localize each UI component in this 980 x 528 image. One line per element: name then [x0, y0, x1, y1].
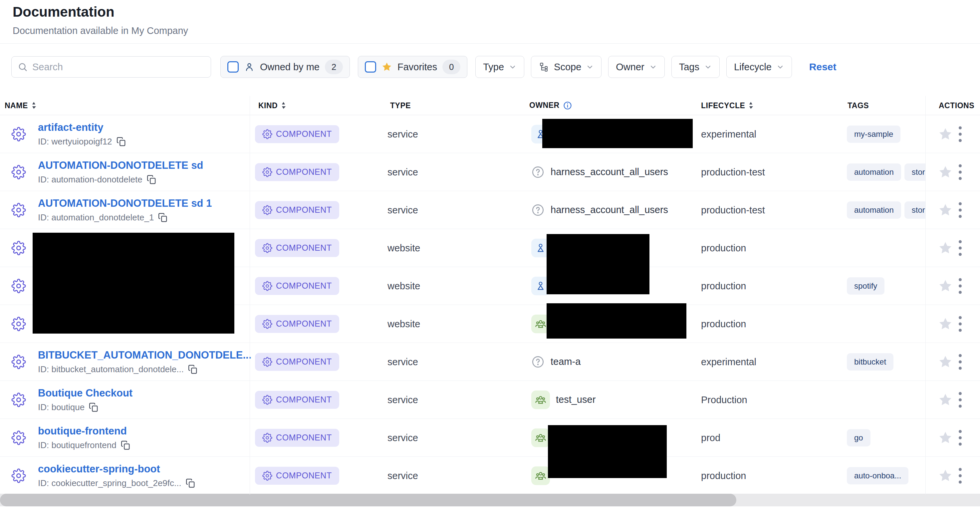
- favorite-star-button[interactable]: [938, 355, 953, 369]
- tags-dropdown-label: Tags: [679, 62, 699, 73]
- kind-chip-label: COMPONENT: [276, 243, 332, 253]
- component-gear-icon: [11, 355, 26, 369]
- lifecycle-dropdown-label: Lifecycle: [734, 62, 772, 73]
- row-menu-button[interactable]: [957, 163, 963, 181]
- column-header-lifecycle[interactable]: LIFECYCLE: [701, 101, 753, 110]
- kind-cell: COMPONENT: [255, 429, 339, 447]
- row-menu-button[interactable]: [957, 391, 963, 409]
- row-menu-button[interactable]: [957, 315, 963, 333]
- tags-cell: spotify: [847, 277, 925, 295]
- tags-cell: automationstor: [847, 164, 925, 181]
- favorites-label: Favorites: [398, 62, 437, 73]
- owned-by-me-label: Owned by me: [260, 62, 320, 73]
- search-input[interactable]: [32, 62, 205, 73]
- kind-chip: COMPONENT: [255, 125, 339, 143]
- page-title: Documentation: [13, 4, 115, 20]
- copy-id-icon[interactable]: [146, 175, 156, 184]
- favorite-star-button[interactable]: [938, 468, 953, 483]
- column-header-kind[interactable]: KIND: [258, 101, 286, 110]
- entity-name-link[interactable]: cookiecutter-spring-boot: [38, 463, 196, 475]
- owned-by-me-filter[interactable]: Owned by me 2: [220, 56, 350, 78]
- favorites-checkbox[interactable]: [365, 61, 376, 73]
- name-cell: BITBUCKET_AUTOMATION_DONOTDELE...ID: bit…: [38, 349, 251, 375]
- chevron-down-icon: [509, 63, 517, 71]
- entity-name-link[interactable]: AUTOMATION-DONOTDELETE sd: [38, 159, 204, 172]
- kind-cell: COMPONENT: [255, 125, 339, 143]
- component-gear-icon: [11, 468, 26, 483]
- lifecycle-dropdown[interactable]: Lifecycle: [726, 56, 792, 78]
- copy-id-icon[interactable]: [116, 137, 126, 146]
- lifecycle-cell: production-test: [701, 167, 765, 177]
- tag-chip: auto-onboa...: [847, 467, 908, 484]
- column-label: TYPE: [390, 101, 411, 110]
- component-gear-icon: [11, 165, 26, 180]
- copy-id-icon[interactable]: [158, 212, 168, 223]
- redacted-region: [33, 233, 234, 334]
- owned-by-me-checkbox[interactable]: [228, 61, 239, 73]
- kind-chip-label: COMPONENT: [276, 395, 332, 404]
- type-cell: service: [387, 394, 418, 405]
- tags-cell: automationstor: [847, 201, 925, 219]
- component-gear-icon: [11, 316, 26, 331]
- copy-id-icon[interactable]: [185, 478, 196, 488]
- favorite-star-button[interactable]: [938, 279, 953, 293]
- hierarchy-icon: [539, 62, 549, 72]
- type-cell: service: [387, 470, 418, 481]
- reset-button[interactable]: Reset: [809, 61, 837, 73]
- owner-dropdown[interactable]: Owner: [608, 56, 664, 78]
- column-header-name[interactable]: NAME: [5, 101, 36, 110]
- search-box[interactable]: [11, 56, 211, 78]
- owner-group-icon: [531, 391, 550, 409]
- type-cell: website: [387, 280, 420, 291]
- kind-cell: COMPONENT: [255, 391, 339, 409]
- favorite-star-button[interactable]: [938, 241, 953, 255]
- entity-name-link[interactable]: artifact-entity: [38, 121, 126, 134]
- row-menu-button[interactable]: [957, 428, 963, 447]
- tags-dropdown[interactable]: Tags: [671, 56, 720, 78]
- entity-name-link[interactable]: Boutique Checkout: [38, 387, 132, 399]
- entity-name-link[interactable]: AUTOMATION-DONOTDELETE sd 1: [38, 197, 212, 209]
- sort-icon: [281, 102, 286, 110]
- owner-cell: harness_account_all_users: [531, 201, 668, 219]
- favorite-star-button[interactable]: [938, 127, 953, 142]
- owner-unknown-icon: [531, 353, 545, 371]
- favorite-star-button[interactable]: [938, 165, 953, 180]
- column-label: OWNER: [529, 101, 560, 110]
- favorite-star-button[interactable]: [938, 203, 953, 217]
- kind-chip-label: COMPONENT: [276, 319, 332, 329]
- type-cell: website: [387, 318, 420, 329]
- redacted-region: [542, 119, 693, 148]
- copy-id-icon[interactable]: [89, 402, 99, 412]
- entity-id: ID: automation-donotdelete: [38, 175, 142, 185]
- row-menu-button[interactable]: [957, 277, 963, 295]
- name-cell: AUTOMATION-DONOTDELETE sd 1ID: automatio…: [38, 197, 212, 223]
- entity-id: ID: wertyuiopoigf12: [38, 137, 112, 147]
- kind-chip: COMPONENT: [255, 353, 339, 371]
- row-menu-button[interactable]: [957, 125, 963, 143]
- kind-chip-label: COMPONENT: [276, 129, 332, 139]
- favorite-star-button[interactable]: [938, 393, 953, 407]
- copy-id-icon[interactable]: [121, 440, 130, 450]
- entity-name-link[interactable]: BITBUCKET_AUTOMATION_DONOTDELE...: [38, 349, 251, 361]
- favorites-count: 0: [442, 60, 460, 74]
- favorites-filter[interactable]: Favorites 0: [358, 56, 467, 78]
- copy-id-icon[interactable]: [188, 364, 198, 374]
- kind-chip: COMPONENT: [255, 277, 339, 295]
- tag-chip: spotify: [847, 277, 885, 295]
- kind-cell: COMPONENT: [255, 467, 339, 485]
- horizontal-scrollbar[interactable]: [0, 494, 980, 506]
- favorite-star-button[interactable]: [938, 316, 953, 331]
- owned-by-me-count: 2: [325, 60, 343, 74]
- row-menu-button[interactable]: [957, 201, 963, 219]
- favorite-star-button[interactable]: [938, 431, 953, 445]
- scope-dropdown[interactable]: Scope: [531, 56, 601, 78]
- type-dropdown[interactable]: Type: [476, 56, 524, 78]
- chevron-down-icon: [704, 63, 712, 71]
- type-cell: website: [387, 242, 420, 253]
- scrollbar-thumb[interactable]: [0, 494, 737, 506]
- kind-cell: COMPONENT: [255, 239, 339, 257]
- entity-name-link[interactable]: boutique-frontend: [38, 425, 130, 437]
- row-menu-button[interactable]: [957, 466, 963, 485]
- row-menu-button[interactable]: [957, 239, 963, 257]
- row-menu-button[interactable]: [957, 353, 963, 371]
